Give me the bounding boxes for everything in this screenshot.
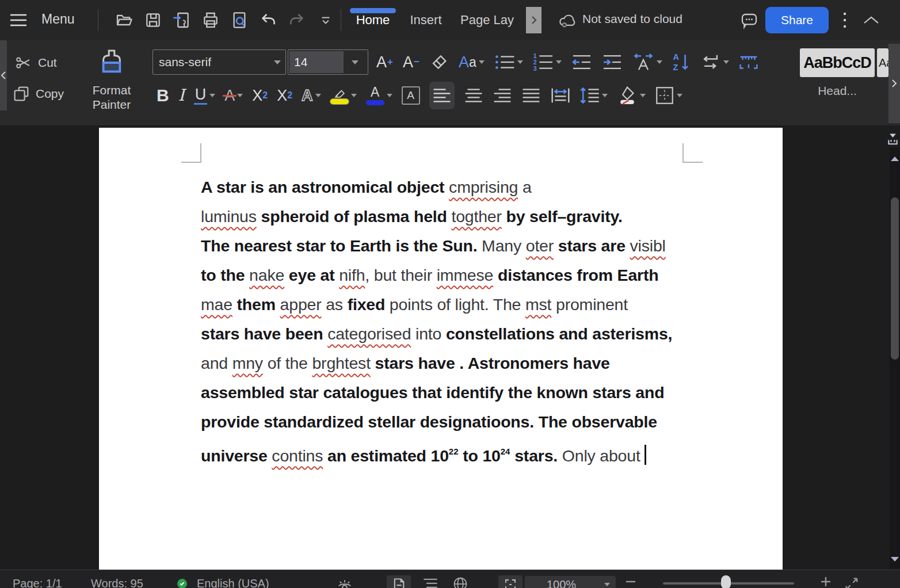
char-border-button[interactable]: A bbox=[402, 82, 420, 109]
numbered-list-button[interactable]: 123 bbox=[533, 48, 562, 76]
justify-button[interactable] bbox=[521, 82, 541, 109]
document-line[interactable]: A star is an astronomical object cmprisi… bbox=[201, 173, 690, 202]
chevron-down-icon bbox=[315, 94, 321, 97]
document-line[interactable]: The nearest star to Earth is the Sun. Ma… bbox=[201, 231, 690, 261]
document-line[interactable]: mae them apper as fixed points of light.… bbox=[201, 290, 690, 319]
zoom-level-select[interactable]: 100% bbox=[525, 576, 616, 588]
collapse-ribbon-icon[interactable] bbox=[861, 10, 882, 30]
superscript-button[interactable]: X2 bbox=[252, 82, 268, 109]
document-line[interactable]: to the nake eye at nifh, but their immes… bbox=[201, 261, 690, 290]
zoom-out-icon[interactable] bbox=[624, 577, 637, 588]
font-name-select[interactable]: sans-serif bbox=[152, 49, 286, 75]
style-next-preview[interactable]: Aa bbox=[877, 48, 888, 77]
sort-az-button[interactable]: AZ bbox=[672, 48, 691, 76]
hamburger-icon[interactable] bbox=[8, 10, 29, 30]
distribute-button[interactable] bbox=[550, 82, 571, 109]
text-segment: to the bbox=[201, 266, 249, 284]
zoom-in-icon[interactable] bbox=[819, 576, 832, 588]
line-spacing-button[interactable] bbox=[580, 82, 608, 109]
document-line[interactable]: universe contins an estimated 1022 to 10… bbox=[201, 437, 690, 466]
text-segment: and bbox=[201, 354, 232, 372]
comment-icon[interactable] bbox=[739, 10, 760, 30]
zoom-slider-thumb[interactable] bbox=[721, 575, 731, 588]
text-segment: of the bbox=[263, 354, 312, 372]
web-view-icon[interactable] bbox=[452, 576, 468, 588]
ruler-toggle-icon[interactable] bbox=[887, 132, 898, 146]
italic-button[interactable]: I bbox=[178, 82, 185, 109]
style-heading-preview[interactable]: AaBbCcD bbox=[800, 48, 875, 77]
export-pdf-icon[interactable] bbox=[171, 10, 192, 30]
page-view-icon[interactable] bbox=[387, 575, 411, 588]
cut-label: Cut bbox=[38, 56, 57, 70]
language-label[interactable]: English (USA) bbox=[197, 577, 269, 588]
font-size-value[interactable]: 14 bbox=[289, 51, 344, 73]
save-icon[interactable] bbox=[143, 10, 163, 30]
margin-corner-mark-left bbox=[181, 143, 201, 163]
redo-icon[interactable] bbox=[287, 10, 307, 30]
text-direction-button[interactable] bbox=[700, 48, 729, 76]
character-scale-button[interactable] bbox=[632, 48, 662, 76]
ribbon: Cut Copy Format Painter sans-serif 14 A+… bbox=[0, 40, 900, 125]
font-color-button[interactable]: A bbox=[366, 82, 392, 109]
document-page[interactable]: A star is an astronomical object cmprisi… bbox=[99, 128, 783, 570]
kebab-menu-icon[interactable] bbox=[834, 10, 855, 30]
outline-view-icon[interactable] bbox=[422, 576, 438, 588]
menu-button[interactable]: Menu bbox=[41, 12, 75, 27]
document-line[interactable]: stars have been categorised into constel… bbox=[201, 319, 690, 349]
print-icon[interactable] bbox=[200, 10, 221, 30]
ribbon-scroll-left[interactable] bbox=[0, 40, 7, 110]
text-segment: stars have been bbox=[201, 324, 327, 343]
document-text[interactable]: A star is an astronomical object cmprisi… bbox=[201, 173, 690, 466]
tab-insert[interactable]: Insert bbox=[404, 8, 448, 32]
align-center-button[interactable] bbox=[464, 82, 483, 109]
document-line[interactable]: provide standardized stellar designatioo… bbox=[201, 407, 690, 437]
document-line[interactable]: assembled star catalogues that identify … bbox=[201, 378, 690, 407]
scrollbar-thumb[interactable] bbox=[891, 197, 899, 360]
misspelled-word: immese bbox=[437, 266, 494, 284]
document-line[interactable]: and mny of the brghtest stars have . Ast… bbox=[201, 349, 690, 378]
tab-overflow-button[interactable] bbox=[526, 7, 541, 33]
align-right-button[interactable] bbox=[493, 82, 512, 109]
toolbar-options-icon[interactable] bbox=[315, 10, 336, 30]
scroll-up-icon[interactable] bbox=[891, 156, 899, 161]
undo-icon[interactable] bbox=[258, 10, 279, 30]
format-painter-button[interactable]: Format Painter bbox=[84, 48, 139, 112]
spell-status-icon bbox=[177, 579, 187, 588]
fullscreen-icon[interactable] bbox=[844, 576, 860, 588]
bullet-list-button[interactable] bbox=[494, 48, 523, 76]
font-size-select[interactable]: 14 bbox=[288, 49, 368, 75]
share-button[interactable]: Share bbox=[765, 7, 829, 33]
word-count-label[interactable]: Words: 95 bbox=[91, 577, 143, 588]
text-segment: stars have . Astronomers have bbox=[371, 354, 610, 372]
eye-protection-icon[interactable] bbox=[336, 576, 353, 588]
increase-indent-button[interactable] bbox=[602, 48, 623, 76]
tab-page-layout[interactable]: Page Lay bbox=[460, 8, 524, 32]
copy-button[interactable]: Copy bbox=[12, 84, 64, 104]
text-effects-button[interactable]: A bbox=[302, 82, 321, 109]
decrease-indent-button[interactable] bbox=[571, 48, 592, 76]
scrollbar-track[interactable] bbox=[890, 147, 900, 568]
change-case-button[interactable]: Aa bbox=[459, 48, 485, 76]
tab-home[interactable]: Home bbox=[350, 8, 396, 13]
print-preview-icon[interactable] bbox=[229, 10, 250, 30]
document-line[interactable]: luminus spheroid of plasma held togther … bbox=[201, 202, 690, 231]
bold-button[interactable]: B bbox=[157, 82, 169, 109]
fit-page-icon[interactable] bbox=[498, 575, 523, 588]
subscript-button[interactable]: X2 bbox=[277, 82, 292, 109]
cloud-offline-icon[interactable] bbox=[557, 10, 578, 30]
shading-button[interactable] bbox=[617, 82, 646, 109]
increase-font-button[interactable]: A+ bbox=[376, 48, 393, 76]
eraser-icon[interactable] bbox=[429, 48, 449, 76]
scroll-down-icon[interactable] bbox=[891, 557, 899, 562]
strikethrough-button[interactable]: A bbox=[224, 82, 243, 109]
folder-open-icon[interactable] bbox=[114, 10, 135, 30]
underline-button[interactable]: U bbox=[194, 82, 216, 109]
highlight-button[interactable] bbox=[330, 82, 357, 109]
align-left-button[interactable] bbox=[429, 82, 455, 109]
cut-button[interactable]: Cut bbox=[15, 54, 57, 71]
text-segment: assembled star catalogues that identify … bbox=[201, 383, 664, 402]
borders-button[interactable] bbox=[655, 82, 682, 109]
tab-ruler-icon[interactable] bbox=[739, 48, 758, 76]
styles-scroll-right[interactable] bbox=[888, 44, 900, 123]
decrease-font-button[interactable]: A− bbox=[403, 48, 420, 76]
